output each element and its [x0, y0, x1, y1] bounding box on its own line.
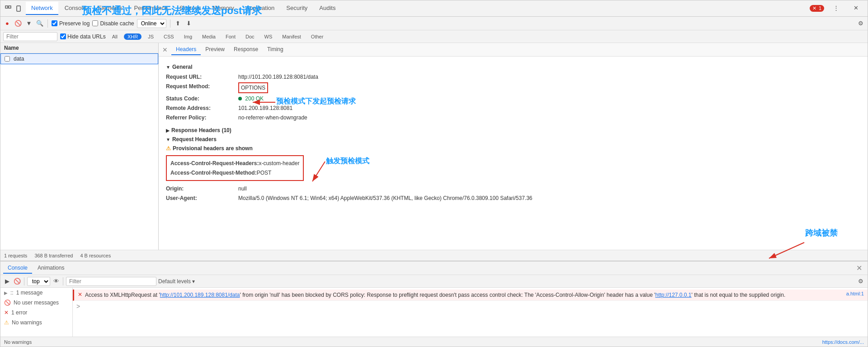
settings-button[interactable]: ⚙ [857, 19, 865, 28]
request-url-key: Request URL: [166, 73, 238, 81]
console-clear-button[interactable]: 🚫 [13, 277, 21, 285]
referrer-policy-row: Referrer Policy: no-referrer-when-downgr… [166, 114, 860, 122]
detail-panel: ✕ Headers Preview Response Timing ▼ Gene… [159, 43, 868, 250]
cors-error-link[interactable]: http://101.200.189.128:8081/data [160, 292, 240, 298]
hide-data-urls-label[interactable]: Hide data URLs [60, 33, 106, 40]
filter-all[interactable]: All [108, 33, 121, 40]
error-badge: ✕ 1 [810, 5, 824, 12]
request-url-row: Request URL: http://101.200.189.128:8081… [166, 73, 860, 81]
console-message-cors-error[interactable]: ✕ Access to XMLHttpRequest at 'http://10… [73, 290, 868, 301]
error-count: 1 [819, 5, 821, 11]
tab-audits[interactable]: Audits [314, 2, 341, 15]
status-bar: 1 requests 368 B transferred 4 B resourc… [0, 250, 868, 261]
console-filter-input[interactable] [66, 277, 156, 286]
inspect-icon[interactable] [4, 5, 12, 13]
filter-button[interactable]: ▼ [25, 19, 33, 28]
request-list: Name data [0, 43, 159, 250]
no-user-messages-icon: 🚫 [4, 299, 11, 306]
console-tab-bar: Console Animations ✕ [0, 261, 868, 275]
response-headers-label: Response Headers (10) [171, 127, 231, 133]
console-body: ✕ Access to XMLHttpRequest at 'http://10… [73, 288, 868, 337]
sidebar-item-user-messages[interactable]: 🚫 No user messages [0, 298, 72, 308]
disable-cache-label[interactable]: Disable cache [92, 20, 134, 27]
sidebar-item-errors[interactable]: ✕ 1 error [0, 308, 72, 318]
svg-rect-0 [5, 6, 8, 8]
disable-cache-checkbox[interactable] [92, 20, 98, 26]
sidebar-item-warnings[interactable]: ⚠ No warnings [0, 318, 72, 328]
top-annotation: 预检不通过，因此无法继续发送post请求 [82, 4, 262, 18]
request-method-key: Request Method: [166, 82, 238, 93]
console-settings-button[interactable]: ⚙ [857, 277, 865, 285]
cors-headers-box: Access-Control-Request-Headers: x-custom… [166, 155, 304, 181]
more-tabs-button[interactable]: ⋮ [828, 2, 844, 15]
remote-address-row: Remote Address: 101.200.189.128:8081 [166, 104, 860, 112]
upload-button[interactable]: ⬆ [174, 19, 182, 28]
request-item[interactable]: data [0, 53, 158, 64]
console-context-select[interactable]: top [27, 277, 50, 286]
status-transferred: 368 B transferred [34, 253, 73, 258]
device-icon[interactable] [15, 5, 23, 13]
request-item-checkbox[interactable] [5, 56, 10, 62]
warnings-label: No warnings [12, 319, 42, 326]
console-tab-console[interactable]: Console [3, 263, 32, 274]
console-expand-button[interactable]: ▶ [3, 277, 11, 285]
network-toolbar: ● 🚫 ▼ 🔍 Preserve log Disable cache Onlin… [0, 17, 868, 30]
filter-doc[interactable]: Doc [242, 33, 258, 40]
filter-manifest[interactable]: Manifest [278, 33, 305, 40]
detail-tab-timing[interactable]: Timing [263, 44, 288, 55]
online-select[interactable]: Online [137, 19, 166, 28]
origin-value: null [238, 185, 247, 193]
error-icon: ✕ [812, 5, 816, 11]
console-levels-label[interactable]: Default levels ▾ [158, 278, 195, 285]
filter-media[interactable]: Media [198, 33, 219, 40]
clear-button[interactable]: 🚫 [14, 19, 22, 28]
referrer-policy-key: Referrer Policy: [166, 114, 238, 122]
column-name: Name [4, 45, 19, 51]
search-button[interactable]: 🔍 [36, 19, 44, 28]
request-headers-arrow: ▼ [166, 137, 170, 142]
request-method-value: OPTIONS [238, 82, 268, 93]
cors-error-link2[interactable]: http://127.0.0.1 [655, 292, 691, 298]
request-headers-section-header[interactable]: ▼ Request Headers [166, 136, 860, 143]
response-headers-section-header[interactable]: ▶ Response Headers (10) [166, 127, 860, 133]
detail-tab-headers[interactable]: Headers [171, 44, 201, 55]
detail-tab-response[interactable]: Response [229, 44, 263, 55]
filter-img[interactable]: Img [180, 33, 196, 40]
errors-label: 1 error [11, 309, 27, 316]
record-button[interactable]: ● [3, 19, 11, 28]
tab-security[interactable]: Security [281, 2, 313, 15]
filter-font[interactable]: Font [222, 33, 239, 40]
detail-close-button[interactable]: ✕ [162, 46, 168, 53]
status-code-key: Status Code: [166, 95, 238, 103]
access-control-method-value: POST [257, 169, 272, 177]
origin-key: Origin: [166, 185, 238, 193]
response-headers-arrow: ▶ [166, 128, 170, 133]
preserve-log-label[interactable]: Preserve log [52, 20, 90, 27]
warnings-icon: ⚠ [4, 319, 9, 326]
general-section-header[interactable]: ▼ General [166, 64, 860, 70]
filter-js[interactable]: JS [144, 33, 157, 40]
download-button[interactable]: ⬇ [185, 19, 193, 28]
preserve-log-checkbox[interactable] [52, 20, 57, 26]
access-control-headers-row: Access-Control-Request-Headers: x-custom… [170, 159, 299, 167]
tab-network[interactable]: Network [26, 2, 58, 15]
console-tab-animations[interactable]: Animations [33, 263, 69, 274]
filter-input[interactable] [3, 32, 57, 41]
sidebar-item-messages[interactable]: ▶ :: 1 message [0, 288, 72, 298]
status-requests: 1 requests [4, 253, 27, 258]
console-prompt[interactable]: > [73, 301, 868, 312]
sidebar-messages-label: 1 message [16, 290, 43, 296]
console-source[interactable]: a.html:1 [846, 291, 864, 296]
detail-tab-preview[interactable]: Preview [201, 44, 229, 55]
remote-address-value: 101.200.189.128:8081 [238, 104, 292, 112]
close-devtools-button[interactable]: ✕ [848, 2, 864, 15]
hide-data-urls-checkbox[interactable] [60, 33, 66, 39]
filter-other[interactable]: Other [307, 33, 327, 40]
filter-ws[interactable]: WS [261, 33, 276, 40]
filter-css[interactable]: CSS [160, 33, 178, 40]
no-user-messages-label: No user messages [14, 299, 59, 306]
console-eye-button[interactable]: 👁 [52, 277, 60, 285]
request-list-body[interactable]: data [0, 53, 158, 250]
filter-xhr[interactable]: XHR [124, 33, 142, 40]
console-close-button[interactable]: ✕ [854, 264, 865, 272]
